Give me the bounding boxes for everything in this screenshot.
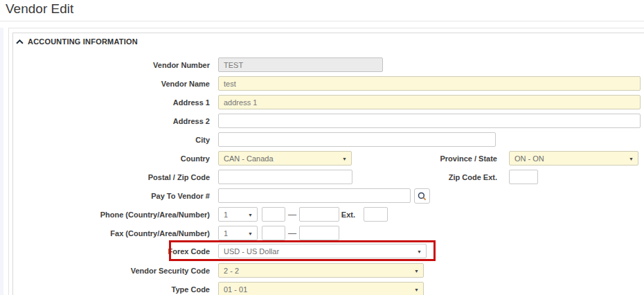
forex-code-select[interactable]: USD - US Dollar ▼ [218,244,427,258]
phone-separator: — [286,210,298,220]
type-code-select[interactable]: 01 - 01 ▼ [218,282,424,295]
chevron-down-icon: ▼ [629,156,634,161]
fax-area-input[interactable] [262,226,285,240]
accounting-section-title: ACCOUNTING INFORMATION [28,37,138,46]
fax-label: Fax (Country/Area/Number) [28,229,210,238]
phone-country-select[interactable]: 1 ▼ [218,207,258,222]
chevron-up-icon [16,39,24,44]
page-title: Vendor Edit [6,1,73,17]
province-state-select-value: ON - ON [515,154,544,163]
country-select-value: CAN - Canada [224,154,274,163]
page-edge-strip [0,28,3,295]
pay-to-vendor-label: Pay To Vendor # [28,192,210,200]
forex-code-select-value: USD - US Dollar [224,247,279,256]
chevron-down-icon: ▼ [342,156,347,161]
country-label: Country [28,154,210,163]
phone-area-input[interactable] [262,207,285,222]
vendor-edit-page: Vendor Edit ACCOUNTING INFORMATION Vendo… [0,0,644,295]
zip-code-ext-label: Zip Code Ext. [388,173,497,181]
accounting-section-header[interactable]: ACCOUNTING INFORMATION [16,37,138,46]
vendor-number-input [218,57,383,72]
province-state-select[interactable]: ON - ON ▼ [509,151,638,166]
pay-to-vendor-search-button[interactable] [414,188,430,204]
phone-ext-input[interactable] [364,207,388,222]
vendor-name-input[interactable] [218,76,641,91]
address-1-label: Address 1 [28,98,210,107]
postal-zip-input[interactable] [218,170,352,184]
city-label: City [28,136,210,144]
search-icon [418,192,427,201]
vendor-security-code-select[interactable]: 2 - 2 ▼ [218,263,424,278]
vendor-security-code-label: Vendor Security Code [28,267,210,275]
pay-to-vendor-input[interactable] [218,188,411,203]
zip-code-ext-input[interactable] [509,170,538,184]
forex-code-label: Forex Code [28,247,210,256]
address-2-label: Address 2 [28,117,210,125]
fax-number-input[interactable] [299,226,339,240]
city-input[interactable] [218,132,496,147]
chevron-down-icon: ▼ [248,212,253,217]
fax-separator: — [286,229,298,238]
type-code-label: Type Code [28,285,210,294]
divider [0,21,644,21]
fax-country-select[interactable]: 1 ▼ [218,226,258,240]
chevron-down-icon: ▼ [414,268,419,273]
vendor-number-label: Vendor Number [28,61,210,69]
address-1-input[interactable] [218,95,641,109]
phone-label: Phone (Country/Area/Number) [28,211,210,219]
type-code-value: 01 - 01 [224,285,247,294]
phone-ext-label: Ext. [325,211,355,219]
postal-zip-label: Postal / Zip Code [28,173,210,181]
address-2-input[interactable] [218,114,641,128]
country-select[interactable]: CAN - Canada ▼ [218,151,352,166]
chevron-down-icon: ▼ [414,287,419,292]
province-state-label: Province / State [388,154,497,163]
vendor-security-code-value: 2 - 2 [224,267,239,275]
phone-country-value: 1 [224,211,228,219]
vendor-name-label: Vendor Name [28,80,210,88]
chevron-down-icon: ▼ [248,231,253,235]
fax-country-value: 1 [224,229,228,238]
chevron-down-icon: ▼ [417,249,422,253]
